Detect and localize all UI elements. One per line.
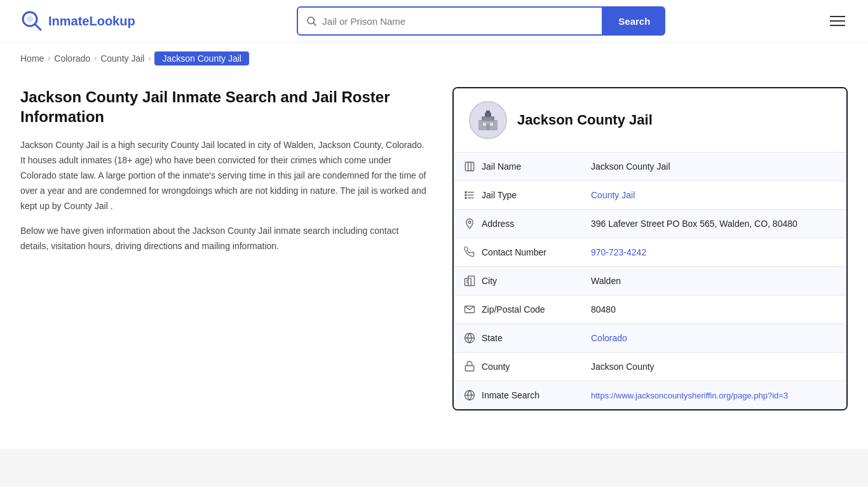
city-icon xyxy=(464,275,475,287)
logo-icon xyxy=(20,10,43,32)
svg-rect-10 xyxy=(490,123,493,126)
value-inmate-search: https://www.jacksoncountysheriffin.org/p… xyxy=(581,381,846,410)
label-address: Address xyxy=(482,219,514,229)
hamburger-menu[interactable] xyxy=(827,13,848,29)
label-jail-type: Jail Type xyxy=(482,190,517,200)
search-input[interactable] xyxy=(322,16,594,27)
value-jail-type: County Jail xyxy=(581,181,846,210)
svg-line-4 xyxy=(314,23,316,25)
svg-rect-12 xyxy=(465,162,474,171)
county-icon xyxy=(464,361,475,372)
building-icon xyxy=(475,107,501,133)
left-column: Jackson County Jail Inmate Search and Ja… xyxy=(20,87,427,264)
value-jail-name: Jackson County Jail xyxy=(581,152,846,181)
logo-text: InmateLookup xyxy=(48,14,135,29)
globe-icon xyxy=(464,332,475,344)
svg-line-1 xyxy=(35,24,41,30)
label-zip: Zip/Postal Code xyxy=(482,304,545,315)
search-area: Search xyxy=(297,6,665,36)
footer xyxy=(0,449,868,487)
state-link[interactable]: Colorado xyxy=(591,333,627,343)
logo[interactable]: InmateLookup xyxy=(20,10,135,32)
list-icon xyxy=(464,189,475,201)
chevron-icon: › xyxy=(48,54,50,63)
chevron-icon: › xyxy=(148,54,151,63)
label-city: City xyxy=(482,276,497,286)
site-header: InmateLookup Search xyxy=(0,0,868,43)
value-county: Jackson County xyxy=(581,353,846,381)
main-content: Jackson County Jail Inmate Search and Ja… xyxy=(0,74,868,436)
svg-point-19 xyxy=(465,194,466,196)
description-paragraph-1: Jackson County Jail is a high security C… xyxy=(20,138,427,214)
table-row: City Walden xyxy=(454,267,846,295)
jail-icon xyxy=(464,161,475,172)
label-contact: Contact Number xyxy=(482,247,546,257)
table-row: Jail Type County Jail xyxy=(454,181,846,210)
card-title: Jackson County Jail xyxy=(517,112,653,128)
search-icon xyxy=(306,15,317,27)
table-row: County Jackson County xyxy=(454,353,846,381)
card-header: Jackson County Jail xyxy=(454,88,846,152)
label-inmate-search: Inmate Search xyxy=(482,390,539,400)
right-column: Jackson County Jail Jail Name Jackson Co… xyxy=(452,87,848,410)
label-jail-name: Jail Name xyxy=(482,161,521,172)
breadcrumb-type[interactable]: County Jail xyxy=(100,53,144,64)
description-paragraph-2: Below we have given information about th… xyxy=(20,224,427,254)
svg-rect-6 xyxy=(482,116,494,121)
label-county: County xyxy=(482,362,510,372)
search-wrapper xyxy=(297,6,603,36)
info-card: Jackson County Jail Jail Name Jackson Co… xyxy=(452,87,848,410)
phone-icon xyxy=(464,247,475,258)
chevron-icon: › xyxy=(94,54,97,63)
breadcrumb-current: Jackson County Jail xyxy=(154,51,249,65)
table-row: Jail Name Jackson County Jail xyxy=(454,152,846,181)
table-row: Address 396 Lafever Street PO Box 565, W… xyxy=(454,210,846,238)
table-row: Inmate Search https://www.jacksoncountys… xyxy=(454,381,846,410)
mail-icon xyxy=(464,304,475,315)
info-table: Jail Name Jackson County Jail Jail Type xyxy=(454,152,846,409)
table-row: Zip/Postal Code 80480 xyxy=(454,295,846,324)
jail-type-link[interactable]: County Jail xyxy=(591,190,635,200)
svg-point-2 xyxy=(27,16,33,22)
svg-point-21 xyxy=(468,221,471,224)
contact-link[interactable]: 970-723-4242 xyxy=(591,247,646,257)
breadcrumb-home[interactable]: Home xyxy=(20,53,44,64)
jail-avatar xyxy=(469,101,507,139)
search-button[interactable]: Search xyxy=(603,6,665,36)
svg-rect-29 xyxy=(465,366,474,371)
value-address: 396 Lafever Street PO Box 565, Walden, C… xyxy=(581,210,846,238)
pin-icon xyxy=(464,218,475,229)
svg-rect-9 xyxy=(483,123,486,126)
value-zip: 80480 xyxy=(581,295,846,324)
value-contact: 970-723-4242 xyxy=(581,238,846,267)
table-row: Contact Number 970-723-4242 xyxy=(454,238,846,267)
value-state: Colorado xyxy=(581,324,846,353)
svg-point-18 xyxy=(465,191,466,193)
breadcrumb: Home › Colorado › County Jail › Jackson … xyxy=(0,43,868,74)
svg-rect-8 xyxy=(486,111,490,113)
label-state: State xyxy=(482,333,503,343)
value-city: Walden xyxy=(581,267,846,295)
svg-point-20 xyxy=(465,197,466,198)
page-title: Jackson County Jail Inmate Search and Ja… xyxy=(20,87,427,126)
breadcrumb-state[interactable]: Colorado xyxy=(54,53,90,64)
svg-rect-11 xyxy=(486,124,490,130)
search-globe-icon xyxy=(464,390,475,401)
svg-point-3 xyxy=(308,17,315,24)
inmate-search-link[interactable]: https://www.jacksoncountysheriffin.org/p… xyxy=(591,391,788,400)
table-row: State Colorado xyxy=(454,324,846,353)
svg-rect-7 xyxy=(485,112,491,117)
